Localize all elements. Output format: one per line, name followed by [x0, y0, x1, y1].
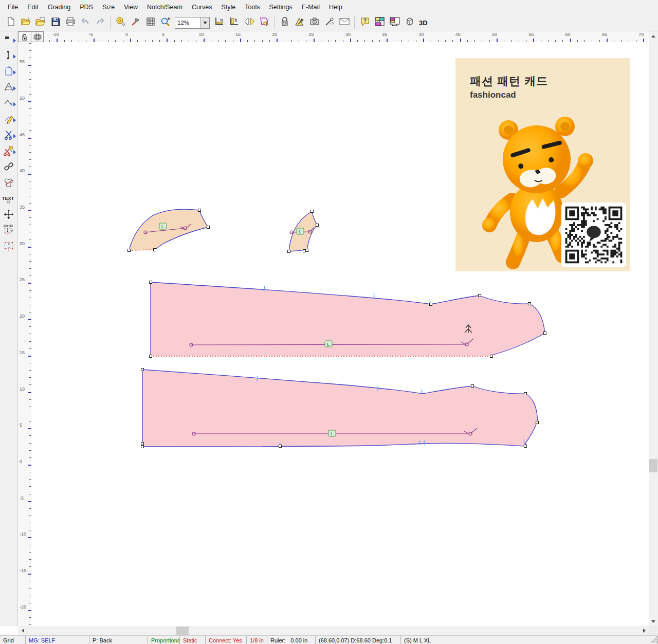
menu-pds[interactable]: PDS — [75, 2, 98, 13]
measure-tape-button[interactable] — [113, 15, 128, 30]
envelope-icon — [339, 16, 350, 29]
flare-tool-button[interactable] — [1, 80, 16, 95]
status-connect: Connect: Yes — [206, 636, 247, 644]
text-tool-button[interactable]: TEXT — [1, 192, 16, 207]
arrow-up-icon — [651, 35, 655, 38]
menu-tools[interactable]: Tools — [240, 2, 264, 13]
open-pattern-button[interactable] — [33, 15, 48, 30]
help-button[interactable]: ? — [357, 15, 372, 30]
move-arrows-icon — [3, 209, 14, 222]
drawing-canvas[interactable]: L L — [31, 42, 649, 626]
select-tool-button[interactable] — [1, 32, 16, 47]
3d-box-icon — [404, 16, 415, 29]
inspect-tool-button[interactable] — [322, 15, 337, 30]
undo-button[interactable] — [78, 15, 93, 30]
menu-view[interactable]: View — [119, 2, 142, 13]
svg-text:L: L — [327, 342, 330, 347]
3d-view-button[interactable] — [402, 15, 417, 30]
scroll-up-button[interactable] — [649, 31, 658, 41]
zoom-level-combo[interactable]: 12% — [175, 17, 210, 29]
scroll-down-button[interactable] — [649, 617, 658, 626]
pattern-piece-sleeve-upper[interactable]: L — [151, 282, 545, 356]
tools-hammer-button[interactable] — [128, 15, 143, 30]
pds-window-button[interactable] — [372, 15, 387, 30]
ruler-origin-button[interactable] — [31, 31, 44, 42]
menu-edit[interactable]: Edit — [23, 2, 43, 13]
vertical-ruler: 5550454035302520151050-5-10-15-20 — [18, 42, 32, 626]
pencil-curve-tool-button[interactable] — [1, 112, 16, 127]
menu-grading[interactable]: Grading — [43, 2, 75, 13]
lock-button[interactable] — [277, 15, 292, 30]
menu-help[interactable]: Help — [324, 2, 347, 13]
scissors-tool-button[interactable] — [1, 128, 16, 143]
ruler-lock-toggle[interactable] — [18, 31, 31, 42]
vertical-scroll-thumb[interactable] — [649, 459, 657, 472]
svg-text:?: ? — [363, 18, 367, 24]
snapshot-button[interactable] — [307, 15, 322, 30]
camera-icon — [309, 16, 320, 29]
arrow-right-icon — [643, 629, 646, 633]
save-floppy-icon — [50, 16, 61, 29]
menu-style[interactable]: Style — [216, 2, 240, 13]
repair-tool-button[interactable] — [292, 15, 307, 30]
repair-warning-icon — [294, 16, 305, 29]
garment-tool-button[interactable] — [1, 176, 16, 191]
pattern-piece-collar-right[interactable]: L — [289, 211, 317, 251]
scissors-icon — [3, 129, 14, 142]
menu-notch-seam[interactable]: Notch/Seam — [142, 2, 187, 13]
horizontal-scroll-thumb[interactable] — [176, 627, 189, 635]
select-icon — [3, 33, 14, 47]
email-button[interactable] — [337, 15, 352, 30]
cut-seam-tool-button[interactable] — [1, 144, 16, 159]
flip-y-icon: y — [229, 16, 240, 29]
menu-size[interactable]: Size — [98, 2, 119, 13]
fan-icon — [3, 81, 14, 95]
flip-x-button[interactable]: x — [212, 15, 227, 30]
menu-curves[interactable]: Curves — [187, 2, 217, 13]
mirror-button[interactable] — [242, 15, 257, 30]
pattern-piece-collar-left[interactable]: L — [129, 209, 208, 250]
flyout-arrow-icon — [13, 70, 16, 75]
3d-label: 3D — [419, 19, 428, 27]
vertical-scrollbar[interactable] — [649, 31, 658, 626]
scroll-left-button[interactable] — [18, 626, 27, 635]
grid-table-button[interactable] — [143, 15, 158, 30]
point-line-icon — [3, 49, 14, 63]
print-button[interactable] — [63, 15, 78, 30]
scroll-right-button[interactable] — [639, 626, 649, 635]
dart-tool-button[interactable] — [1, 96, 16, 111]
display-window-button[interactable] — [387, 15, 402, 30]
copy-offset-tool-button[interactable] — [1, 224, 16, 238]
arrow-down-icon — [651, 620, 655, 623]
help-icon: ? — [360, 16, 370, 29]
pencil-icon — [3, 113, 14, 126]
save-button[interactable] — [48, 15, 63, 30]
horizontal-scrollbar[interactable] — [18, 626, 649, 635]
zoom-combo-dropdown-button[interactable] — [200, 17, 209, 28]
pattern-draft-tool-button[interactable] — [1, 64, 16, 79]
toolbar-separator — [274, 16, 275, 29]
link-tool-button[interactable] — [1, 160, 16, 175]
point-line-tool-button[interactable] — [1, 48, 16, 63]
menu-email[interactable]: E-Mail — [297, 2, 324, 13]
lock-icon — [280, 16, 290, 29]
scrollbar-corner — [649, 626, 658, 635]
zoom-button[interactable]: ± — [158, 15, 173, 30]
menu-settings[interactable]: Settings — [264, 2, 297, 13]
tape-measure-icon — [116, 16, 126, 29]
move-tool-button[interactable] — [1, 208, 16, 223]
scale-xy-tool-button[interactable]: XY — [1, 240, 16, 254]
pattern-piece-sleeve-lower[interactable]: L — [142, 370, 538, 447]
status-static: Static — [180, 636, 206, 644]
dart-icon — [3, 97, 14, 111]
resize-grip-icon[interactable] — [651, 636, 657, 643]
new-document-button[interactable] — [3, 15, 18, 30]
redo-button[interactable] — [93, 15, 107, 30]
flip-y-button[interactable]: y — [227, 15, 242, 30]
menu-file[interactable]: File — [3, 2, 23, 13]
hammer-icon — [131, 16, 141, 29]
open-button[interactable] — [18, 15, 33, 30]
toolbar-separator — [354, 16, 355, 29]
flyout-arrow-icon — [13, 54, 16, 59]
rotate-piece-button[interactable] — [257, 15, 271, 30]
